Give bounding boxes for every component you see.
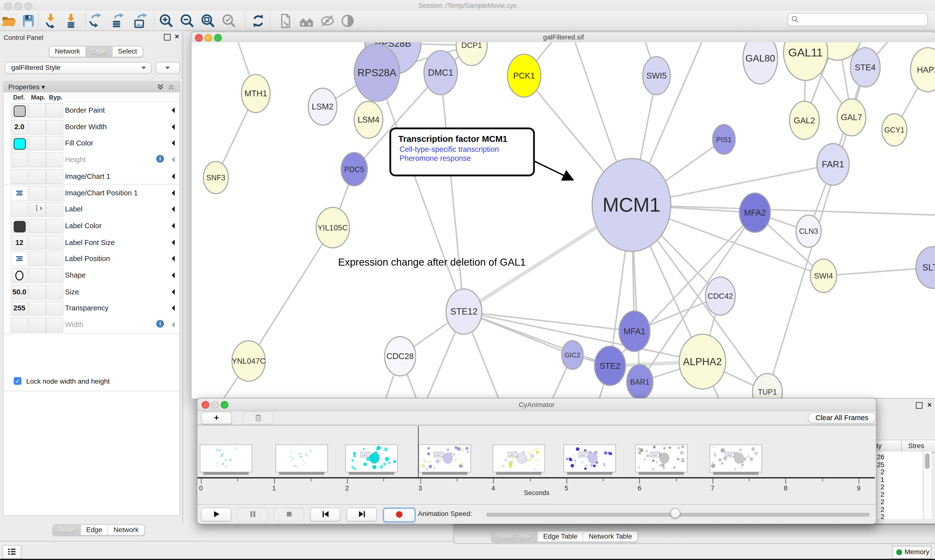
expand-arrow-icon[interactable] [172,322,174,328]
style-selector[interactable]: galFiltered Style [5,62,151,74]
expand-all-icon[interactable] [157,83,164,91]
add-frame-button[interactable]: + [201,412,232,424]
property-row-fill-color[interactable]: Fill Color [4,135,179,152]
node-DMC1[interactable]: DMC1 [424,51,457,95]
cyanimator-titlebar[interactable]: CyAnimator [197,398,876,411]
node-YIL105C[interactable]: YIL105C [316,207,349,248]
tab-select[interactable]: Select [113,46,142,57]
export-image-icon[interactable] [133,13,148,29]
export-table-icon[interactable] [110,13,125,29]
search-input[interactable] [788,13,928,26]
expand-arrow-icon[interactable] [172,239,174,245]
node-CDC42[interactable]: CDC42 [705,277,735,315]
hide-graphics-details-icon[interactable] [320,13,335,29]
node-PDC5[interactable]: PDC5 [341,152,367,186]
node-STE12[interactable]: STE12 [446,289,482,334]
annotation-link[interactable]: Pheromone response [400,154,526,163]
property-row-image-chart-position-1[interactable]: Image/Chart Position 1 [4,185,179,202]
node-FAR1[interactable]: FAR1 [817,143,849,185]
node-LSM2[interactable]: LSM2 [308,88,337,125]
window-minimize-icon[interactable] [14,2,22,10]
zoom-selected-icon[interactable] [221,13,237,29]
record-button[interactable] [383,508,416,523]
app-gallery-icon[interactable] [299,13,314,29]
frame-thumbnail-1[interactable] [200,445,252,472]
info-icon[interactable]: i [156,155,164,163]
tab-node-table[interactable]: Node Table [492,531,538,542]
show-log-button[interactable] [2,545,22,559]
minimize-icon[interactable] [211,401,219,409]
node-SWI5[interactable]: SWI5 [643,57,670,95]
node-LSM4[interactable]: LSM4 [354,101,383,138]
tab-style[interactable]: Style [86,46,113,57]
minimize-icon[interactable] [205,34,212,42]
expand-arrow-icon[interactable] [172,272,174,278]
property-row-image-chart-1[interactable]: Image/Chart 1 [4,168,179,185]
window-zoom-icon[interactable] [24,2,32,10]
network-window-titlebar[interactable]: galFiltered.sif [191,32,935,43]
refresh-icon[interactable] [250,13,266,29]
node-MFA2[interactable]: MFA2 [739,193,770,232]
node-PCK1[interactable]: PCK1 [508,54,541,97]
expand-arrow-icon[interactable] [172,124,174,130]
node-GCY1[interactable]: GCY1 [882,114,907,146]
frame-thumbnail-4[interactable] [418,445,471,472]
go-to-end-button[interactable] [347,508,377,521]
frame-thumbnail-7[interactable] [635,445,688,472]
open-session-icon[interactable] [1,13,17,29]
pause-button[interactable] [238,508,268,521]
tab-edge[interactable]: Edge [81,525,108,535]
stop-button[interactable] [274,508,304,521]
node-CLN3[interactable]: CLN3 [796,215,821,247]
node-ALPHA2[interactable]: ALPHA2 [679,334,725,389]
float-panel-icon[interactable] [164,34,170,41]
property-row-shape[interactable]: Shape [4,267,179,284]
clear-all-frames-button[interactable]: Clear All Frames [808,412,876,424]
save-session-icon[interactable] [20,13,36,29]
zoom-in-icon[interactable] [159,13,174,29]
show-graphics-details-icon[interactable] [340,13,355,29]
node-YNL047C[interactable]: YNL047C [232,341,265,382]
play-button[interactable] [201,508,231,521]
expand-arrow-icon[interactable] [172,107,174,113]
info-icon[interactable]: i [156,320,164,328]
node-SNF3[interactable]: SNF3 [203,162,228,194]
node-SLT2[interactable]: SLT2 [916,247,935,288]
property-row-label-color[interactable]: Label Color [4,217,179,234]
node-STE4[interactable]: STE4 [850,48,880,87]
tab-network-table[interactable]: Network Table [583,531,637,542]
expand-arrow-icon[interactable] [172,305,174,311]
node-GAL2[interactable]: GAL2 [789,101,819,139]
property-row-transparency[interactable]: 255Transparency [4,300,179,317]
property-row-label-position[interactable]: Label Position [4,250,179,267]
zoom-out-icon[interactable] [179,13,195,29]
close-icon[interactable] [202,401,210,409]
node-SWI4[interactable]: SWI4 [810,259,837,292]
memory-button[interactable]: Memory [892,546,932,559]
tab-network[interactable]: Network [49,46,86,57]
lock-checkbox[interactable]: ✓ [14,377,22,385]
expand-arrow-icon[interactable] [172,140,174,146]
expand-arrow-icon[interactable] [172,223,174,229]
network-canvas[interactable]: RPS28BRPS28ADMC1DCP1PCK1MTH1LSM2LSM4SNF3… [191,42,935,398]
zoom-fit-icon[interactable] [201,13,216,29]
style-options-button[interactable] [156,62,180,74]
frame-thumbnail-6[interactable] [563,445,616,472]
node-STE2[interactable]: STE2 [595,346,625,386]
import-network-icon[interactable] [43,13,59,29]
frame-thumbnail-3[interactable] [345,445,398,472]
frame-thumbnail-5[interactable] [492,445,545,472]
node-MTH1[interactable]: MTH1 [242,74,270,112]
delete-frame-button[interactable] [243,412,274,424]
property-row-width[interactable]: Widthi [4,317,179,334]
annotation-box[interactable]: Transcription factor MCM1 Cell-type-spec… [389,128,535,176]
annotation-link[interactable]: Cell-type-specific transcription [400,146,526,154]
property-row-height[interactable]: Heighti [4,151,179,168]
node-CDC28[interactable]: CDC28 [385,337,416,376]
properties-header[interactable]: Properties ▾ [4,82,179,93]
speed-slider-thumb[interactable] [670,508,680,518]
zoom-icon[interactable] [221,401,228,409]
node-HAP2[interactable]: HAP2 [911,48,935,92]
export-network-icon[interactable] [87,13,103,29]
table-scrollbar[interactable] [923,451,931,519]
